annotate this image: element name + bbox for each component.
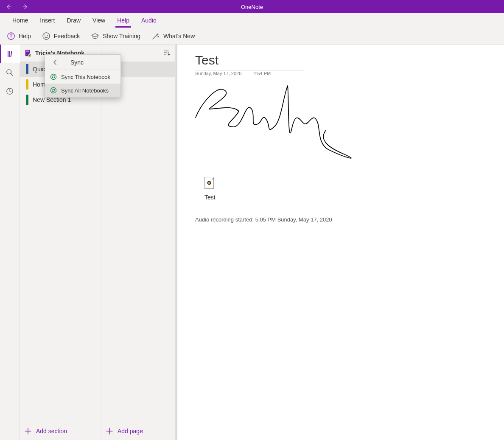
- title-bar: OneNote: [0, 0, 504, 13]
- chevron-left-icon: [53, 60, 58, 65]
- add-section-label: Add section: [36, 428, 67, 434]
- smile-icon: [42, 32, 50, 40]
- sync-this-notebook[interactable]: Sync This Notebook: [45, 70, 120, 84]
- plus-icon: [106, 427, 113, 435]
- ink-drawing: [192, 79, 362, 164]
- svg-point-4: [47, 35, 48, 36]
- page-title[interactable]: Test: [195, 53, 218, 67]
- nav-notebooks[interactable]: [0, 45, 20, 63]
- app-title: OneNote: [241, 4, 263, 10]
- tab-view[interactable]: View: [87, 13, 111, 28]
- whatsnew-label: What's New: [163, 33, 195, 39]
- title-underline: [195, 70, 303, 70]
- add-page-button[interactable]: Add page: [101, 422, 175, 440]
- page-date: Sunday, May 17, 2020: [195, 71, 241, 76]
- help-button[interactable]: Help: [5, 28, 33, 44]
- sync-this-label: Sync This Notebook: [61, 74, 110, 80]
- whats-new-button[interactable]: What's New: [150, 28, 196, 44]
- sections-pane: Tricia's Notebook ⌄ Quick Notes Homework…: [20, 45, 101, 440]
- sync-icon: [50, 87, 57, 94]
- feedback-label: Feedback: [54, 33, 80, 39]
- graduation-icon: [91, 32, 99, 40]
- svg-point-2: [43, 33, 50, 39]
- svg-point-1: [11, 37, 11, 38]
- tab-home[interactable]: Home: [6, 13, 34, 28]
- section-color: [26, 64, 28, 74]
- pages-pane: Add page: [101, 45, 176, 440]
- nav-recent[interactable]: [0, 82, 20, 101]
- audio-attachment-label[interactable]: Test: [204, 194, 216, 201]
- svg-point-11: [51, 88, 56, 93]
- workspace: Tricia's Notebook ⌄ Quick Notes Homework…: [0, 45, 504, 440]
- notebook-icon: [24, 49, 32, 57]
- ribbon-tabs: Home Insert Draw View Help Audio: [0, 13, 504, 28]
- page-time: 4:54 PM: [253, 71, 271, 76]
- feedback-button[interactable]: Feedback: [40, 28, 81, 44]
- show-training-button[interactable]: Show Training: [89, 28, 142, 44]
- sync-icon: [50, 73, 57, 80]
- nav-rail: [0, 45, 20, 440]
- back-button[interactable]: [0, 0, 17, 13]
- section-color: [26, 95, 28, 105]
- sort-icon: [163, 50, 170, 56]
- page-canvas[interactable]: Test Sunday, May 17, 2020 4:54 PM Test A…: [176, 45, 504, 440]
- tab-insert[interactable]: Insert: [34, 13, 61, 28]
- audio-attachment-icon[interactable]: [204, 177, 214, 189]
- nav-search[interactable]: [0, 63, 20, 82]
- tab-audio[interactable]: Audio: [135, 13, 162, 28]
- svg-rect-8: [26, 51, 29, 52]
- sync-all-notebooks[interactable]: Sync All Notebooks: [45, 84, 120, 97]
- ribbon-help: Help Feedback Show Training What's New: [0, 28, 504, 45]
- svg-point-10: [51, 74, 56, 80]
- svg-point-3: [45, 35, 45, 36]
- sync-submenu: Sync Sync This Notebook Sync All Noteboo…: [45, 54, 121, 98]
- add-page-label: Add page: [118, 428, 143, 434]
- submenu-back-button[interactable]: [45, 55, 65, 70]
- sparkle-icon: [151, 32, 160, 40]
- svg-point-5: [7, 70, 11, 74]
- add-section-button[interactable]: Add section: [20, 422, 101, 440]
- plus-icon: [24, 427, 32, 435]
- section-color: [26, 79, 28, 90]
- tab-help[interactable]: Help: [111, 13, 135, 28]
- help-label: Help: [19, 33, 31, 39]
- help-icon: [7, 32, 15, 40]
- audio-recording-text: Audio recording started: 5:05 PM Sunday,…: [195, 216, 332, 223]
- sync-all-label: Sync All Notebooks: [61, 87, 109, 94]
- forward-button[interactable]: [17, 0, 34, 13]
- tab-draw[interactable]: Draw: [61, 13, 87, 28]
- submenu-title: Sync: [65, 59, 84, 66]
- training-label: Show Training: [103, 33, 140, 39]
